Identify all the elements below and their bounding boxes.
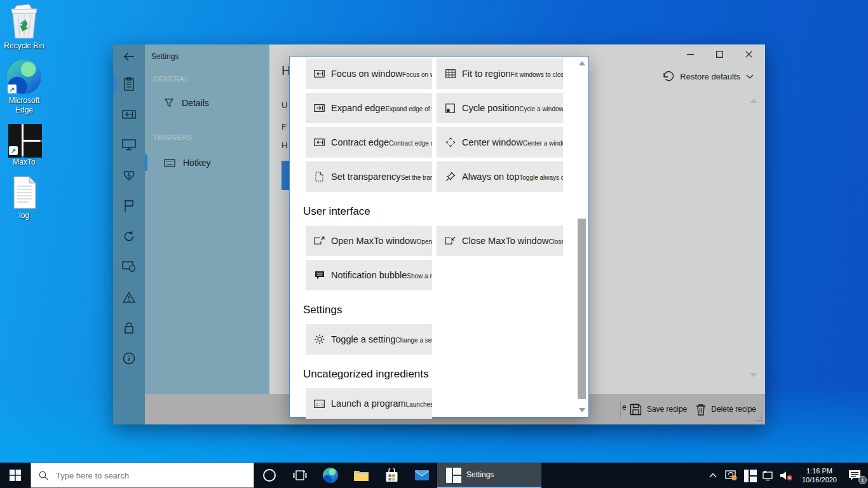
ingredient-notification-bubble[interactable]: Notification bubbleShow a notification b… <box>306 260 432 290</box>
lock-icon <box>124 322 134 334</box>
rail-item-license[interactable] <box>113 313 145 343</box>
ingredient-title: Set transparency <box>331 172 401 182</box>
heart-icon <box>123 170 135 181</box>
ingredient-fit-to-region[interactable]: Fit to regionFit windows to closest regi… <box>437 58 563 89</box>
ingredient-toggle-a-setting[interactable]: Toggle a settingChange a setting. <box>306 324 432 355</box>
edge-icon: ↗ <box>7 60 41 94</box>
section-header-settings: Settings <box>303 304 563 316</box>
desktop-icon-log[interactable]: log <box>0 176 48 220</box>
close-button[interactable] <box>734 44 763 64</box>
ingredient-launch-a-program[interactable]: c:\ Launch a programLaunches a program <box>306 388 432 419</box>
file-explorer-button[interactable] <box>346 463 376 488</box>
background-text-fragment: U <box>281 100 287 110</box>
ingredient-subtitle: Focus on window <box>402 71 432 78</box>
svg-text:c:\: c:\ <box>316 402 323 407</box>
ingredient-subtitle: Launches a program <box>406 401 432 408</box>
rail-item-privacy[interactable] <box>113 252 145 282</box>
taskbar-search[interactable] <box>31 463 254 488</box>
network-icon[interactable] <box>761 463 775 488</box>
file-explorer-icon <box>353 469 369 482</box>
scroll-down-arrow[interactable] <box>750 373 757 377</box>
scroll-up-arrow[interactable] <box>750 98 757 103</box>
rail-item-health[interactable] <box>113 160 145 191</box>
desktop-icon-list: Recycle Bin ↗ Microsoft Edge ↗ MaxTo log <box>0 4 48 229</box>
ingredient-close-maxto-window[interactable]: Close MaxTo windowClose a MaxTo window. <box>437 226 563 256</box>
focus-window-icon <box>314 69 325 79</box>
scrollbar-thumb[interactable] <box>578 219 586 399</box>
ingredient-set-transparency[interactable]: Set transparencySet the transparency of … <box>306 161 432 192</box>
rail-item-updates[interactable] <box>113 221 145 252</box>
trash-icon <box>696 403 706 416</box>
nav-item-details[interactable]: Details <box>145 90 269 116</box>
clock-time: 1:16 PM <box>802 466 837 475</box>
rail-item-about[interactable] <box>113 343 145 374</box>
maxto-settings-window: Settings GENERAL Details TRIGGERS Hotkey… <box>113 44 765 424</box>
rail-item-warnings[interactable] <box>113 282 145 313</box>
task-view-button[interactable] <box>285 463 315 488</box>
ingredient-open-maxto-window[interactable]: Open MaxTo windowOpen a MaxTo window. <box>306 226 432 256</box>
open-window-icon <box>314 236 325 247</box>
info-icon <box>123 352 135 365</box>
nav-group-general: GENERAL <box>153 75 269 83</box>
restore-defaults-label: Restore defaults <box>680 72 740 81</box>
shortcut-arrow-icon: ↗ <box>9 146 18 155</box>
delete-recipe-button[interactable]: Delete recipe <box>696 403 756 416</box>
ingredient-subtitle: Change a setting. <box>396 337 432 344</box>
volume-muted-icon[interactable] <box>780 463 794 488</box>
program-window-icon: c:\ <box>314 398 325 409</box>
desktop-icon-edge[interactable]: ↗ Microsoft Edge <box>0 60 48 115</box>
desktop-icon-label: Recycle Bin <box>4 41 44 51</box>
ingredient-subtitle: Close a MaxTo window. <box>548 238 563 245</box>
minimize-button[interactable] <box>675 44 705 64</box>
scroll-down-arrow[interactable] <box>579 408 585 412</box>
desktop-icon-recycle-bin[interactable]: Recycle Bin <box>0 4 48 51</box>
mail-button[interactable] <box>407 463 437 488</box>
resize-grip[interactable] <box>755 414 763 422</box>
nav-item-label: Hotkey <box>183 158 211 168</box>
nav-item-hotkey[interactable]: Hotkey <box>145 150 269 175</box>
ingredient-cycle-position[interactable]: Cycle positionCycle a window through a g… <box>437 93 563 123</box>
update-status-icon[interactable] <box>724 463 738 488</box>
back-button[interactable] <box>113 44 145 69</box>
microsoft-store-button[interactable] <box>376 463 407 488</box>
ingredient-focus-on-window[interactable]: Focus on windowFocus on window <box>306 58 432 89</box>
ingredient-list: Focus on windowFocus on window Fit to re… <box>306 58 563 419</box>
ingredient-expand-edge[interactable]: Expand edgeExpand edge of window <box>306 93 432 123</box>
hidden-icons-chevron[interactable] <box>706 463 720 488</box>
mail-icon <box>414 470 430 481</box>
ingredient-title: Contract edge <box>331 137 389 147</box>
restore-defaults-button[interactable]: Restore defaults <box>662 71 754 82</box>
desktop-icon-label: MaxTo <box>13 158 35 167</box>
ingredient-center-window[interactable]: Center windowCenter a window <box>437 127 563 158</box>
rail-item-recipes[interactable] <box>113 69 145 99</box>
edge-taskbar-button[interactable] <box>315 463 346 488</box>
monitor-icon <box>122 139 136 151</box>
ingredient-contract-edge[interactable]: Contract edgeContract edge of window <box>306 127 432 158</box>
cortana-button[interactable] <box>254 463 285 488</box>
desktop-icon-maxto[interactable]: ↗ MaxTo <box>0 124 48 167</box>
action-center-button[interactable]: 1 <box>845 463 864 488</box>
notification-bubble-icon <box>314 270 325 281</box>
chevron-down-icon <box>746 74 754 79</box>
rail-item-monitors[interactable] <box>113 130 145 160</box>
recycle-bin-icon <box>8 4 41 39</box>
save-recipe-button[interactable]: Save recipe <box>630 403 687 416</box>
taskbar-clock[interactable]: 1:16 PM 10/16/2020 <box>798 466 841 485</box>
rail-item-flags[interactable] <box>113 191 145 221</box>
maximize-button[interactable] <box>705 44 734 64</box>
ingredient-title: Expand edge <box>331 103 385 113</box>
search-input[interactable] <box>56 471 221 480</box>
section-header-uncategorized: Uncategorized ingredients <box>303 368 563 381</box>
ingredient-always-on-top[interactable]: Always on topToggle always on top for a … <box>437 161 563 192</box>
ingredient-subtitle: Contract edge of window <box>389 140 432 147</box>
taskbar-task-settings[interactable]: Settings <box>437 463 541 488</box>
ingredient-title: Fit to region <box>462 69 511 79</box>
rail-item-windows[interactable] <box>113 99 145 130</box>
start-button[interactable] <box>0 463 31 488</box>
notification-badge: 1 <box>858 476 867 484</box>
dialog-scrollbar[interactable] <box>577 57 588 416</box>
ingredient-title: Toggle a setting <box>331 334 396 344</box>
maxto-tray-icon[interactable] <box>743 463 757 488</box>
nav-item-label: Details <box>182 98 209 108</box>
scroll-up-arrow[interactable] <box>579 61 585 65</box>
